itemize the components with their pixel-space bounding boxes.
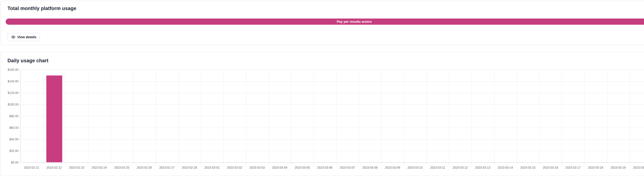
x-axis-tick <box>178 163 178 164</box>
summary-card-header: Total monthly platform usage $150.00 <box>8 6 644 11</box>
x-axis-tick-label: 2023-03-19 <box>607 166 630 170</box>
x-axis-tick <box>336 163 336 164</box>
x-axis-tick <box>584 163 584 164</box>
x-axis-tick-label: 2023-03-06 <box>314 166 336 170</box>
x-axis-tick-label: 2023-03-18 <box>584 166 607 170</box>
x-axis-tick-label: 2023-03-08 <box>359 166 381 170</box>
x-axis-tick <box>110 163 111 164</box>
x-axis-tick <box>65 163 66 164</box>
x-axis-tick <box>133 163 133 164</box>
v-gridline <box>449 70 449 162</box>
x-axis-tick-label: 2023-02-26 <box>133 166 156 170</box>
chart-plot-area <box>20 70 644 163</box>
usage-bar-2023-02-22[interactable] <box>46 75 62 162</box>
v-gridline <box>133 70 134 162</box>
x-axis-tick <box>156 163 156 164</box>
x-axis-tick-label: 2023-02-27 <box>156 166 178 170</box>
x-axis-tick <box>268 163 268 164</box>
x-axis-tick <box>494 163 494 164</box>
y-axis-tick-label: $20.00 <box>1 149 18 153</box>
daily-usage-chart-card: Daily usage chart Absolute Cumulative $1… <box>0 52 644 176</box>
y-axis-tick-label: $60.00 <box>1 126 18 130</box>
y-axis-tick-label: $160.00 <box>1 68 18 71</box>
view-details-label: View details <box>17 35 36 39</box>
x-axis-tick-label: 2023-03-15 <box>516 166 539 170</box>
y-axis-tick <box>19 104 20 105</box>
v-gridline <box>88 70 88 162</box>
v-gridline <box>584 70 584 162</box>
x-axis-tick-label: 2023-03-09 <box>381 166 404 170</box>
h-gridline <box>20 93 644 93</box>
x-axis-tick <box>43 163 43 164</box>
h-gridline <box>20 139 644 140</box>
y-axis-tick <box>19 128 20 128</box>
v-gridline <box>246 70 246 162</box>
x-axis-tick <box>381 163 382 164</box>
y-axis-tick <box>19 93 20 93</box>
v-gridline <box>268 70 269 162</box>
x-axis-tick-label: 2023-02-25 <box>110 166 133 170</box>
x-axis-tick-label: 2023-03-17 <box>562 166 584 170</box>
x-axis-tick <box>516 163 517 164</box>
x-axis-tick <box>246 163 246 164</box>
v-gridline <box>472 70 472 162</box>
y-axis-tick <box>19 81 20 82</box>
x-axis-tick <box>449 163 449 164</box>
view-details-button[interactable]: View details <box>8 33 40 41</box>
x-axis-tick-label: 2023-03-04 <box>268 166 291 170</box>
v-gridline <box>336 70 336 162</box>
x-axis-tick-label: 2023-02-24 <box>88 166 110 170</box>
y-axis-tick-label: $140.00 <box>1 80 18 83</box>
v-gridline <box>607 70 607 162</box>
h-gridline <box>20 128 644 128</box>
y-axis-tick <box>19 163 20 163</box>
v-gridline <box>314 70 314 162</box>
x-axis-tick-label: 2023-03-05 <box>291 166 314 170</box>
total-usage-card: Total monthly platform usage $150.00 Pay… <box>0 1 644 45</box>
v-gridline <box>382 70 382 162</box>
v-gridline <box>156 70 156 162</box>
v-gridline <box>539 70 540 162</box>
v-gridline <box>66 70 66 162</box>
x-axis-tick-label: 2023-02-23 <box>65 166 88 170</box>
x-axis-tick-label: 2023-03-07 <box>336 166 359 170</box>
v-gridline <box>517 70 517 162</box>
y-axis-tick <box>19 70 20 70</box>
x-axis-tick <box>607 163 607 164</box>
v-gridline <box>404 70 404 162</box>
y-axis-tick <box>19 139 20 140</box>
x-axis-tick-label: 2023-03-11 <box>426 166 449 170</box>
x-axis-tick <box>223 163 224 164</box>
x-axis-tick-label: 2023-02-22 <box>43 166 65 170</box>
x-axis-tick <box>629 163 630 164</box>
x-axis-tick <box>472 163 472 164</box>
x-axis-tick-label: 2023-03-20 <box>630 166 644 170</box>
h-gridline <box>20 104 644 105</box>
x-axis-tick-label: 2023-03-12 <box>449 166 472 170</box>
v-gridline <box>201 70 201 162</box>
y-axis-tick-label: $40.00 <box>1 138 18 141</box>
x-axis-tick <box>358 163 359 164</box>
x-axis-tick-label: 2023-03-16 <box>539 166 562 170</box>
x-axis-tick <box>88 163 88 164</box>
usage-segment-label: Pay per results actors <box>337 20 372 24</box>
x-axis-tick <box>562 163 562 164</box>
y-axis-tick-label: $0.00 <box>1 161 18 164</box>
h-gridline <box>20 81 644 82</box>
y-axis-tick <box>19 116 20 116</box>
h-gridline <box>20 70 644 70</box>
v-gridline <box>426 70 427 162</box>
x-axis-tick-label: 2023-03-02 <box>223 166 246 170</box>
v-gridline <box>291 70 291 162</box>
v-gridline <box>630 70 630 162</box>
usage-dashboard: { "summary_card": { "title": "Total mont… <box>0 0 644 177</box>
usage-segment-pay-per-results: Pay per results actors <box>6 18 644 25</box>
x-axis-tick <box>200 163 201 164</box>
v-gridline <box>359 70 359 162</box>
eye-icon <box>11 35 16 39</box>
h-gridline <box>20 151 644 151</box>
y-axis-tick-label: $100.00 <box>1 103 18 106</box>
y-axis-tick-label: $80.00 <box>1 115 18 118</box>
y-axis-tick-label: $120.00 <box>1 91 18 95</box>
v-gridline <box>178 70 178 162</box>
